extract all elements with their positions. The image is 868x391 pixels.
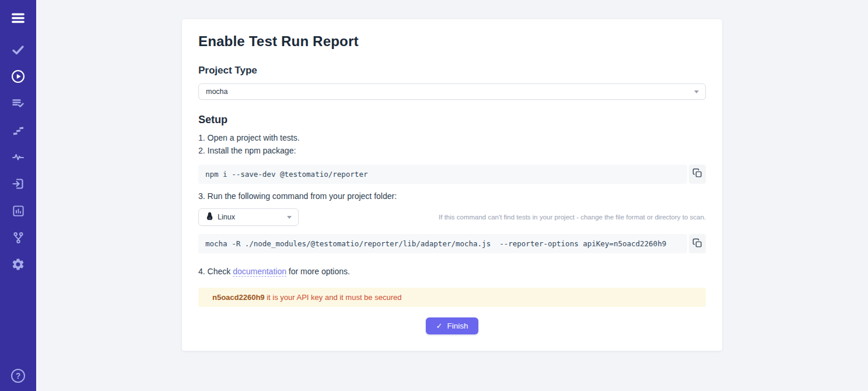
install-command-text: npm i --save-dev @testomatio/reporter xyxy=(205,170,368,179)
bar-chart-icon[interactable] xyxy=(9,202,27,219)
api-key-warning-text: it is your API key and it must be secure… xyxy=(265,293,402,302)
setup-step-3: 3. Run the following command from your p… xyxy=(198,191,706,201)
copy-icon xyxy=(692,168,702,180)
setup-step-4: 4. Check documentation for more options. xyxy=(198,266,706,277)
check-icon[interactable] xyxy=(9,41,27,58)
gear-icon[interactable] xyxy=(9,256,27,273)
copy-install-command-button[interactable] xyxy=(689,165,706,184)
os-select[interactable]: Linux xyxy=(198,208,299,226)
page-title: Enable Test Run Report xyxy=(198,33,706,50)
project-type-value: mocha xyxy=(206,88,228,96)
run-command-box: mocha -R ./node_modules/@testomatio/repo… xyxy=(198,234,687,253)
os-row: Linux If this command can't find tests i… xyxy=(198,208,706,226)
sidebar: ? xyxy=(0,0,36,391)
project-type-select[interactable]: mocha xyxy=(198,83,706,100)
setup-heading: Setup xyxy=(198,114,706,126)
os-hint-text: If this command can't find tests in your… xyxy=(299,214,706,221)
project-type-label: Project Type xyxy=(198,65,706,76)
play-circle-icon[interactable] xyxy=(9,68,27,85)
setup-card: Enable Test Run Report Project Type moch… xyxy=(182,19,722,351)
sign-in-icon[interactable] xyxy=(9,175,27,193)
finish-button-label: Finish xyxy=(447,322,468,330)
setup-step-2: 2. Install the npm package: xyxy=(198,145,706,156)
run-command-text: mocha -R ./node_modules/@testomatio/repo… xyxy=(205,239,666,248)
api-key-alert: n5oacd2260h9 it is your API key and it m… xyxy=(198,288,706,307)
documentation-link[interactable]: documentation xyxy=(233,267,286,277)
activity-icon[interactable] xyxy=(9,148,27,166)
step4-prefix: 4. Check xyxy=(198,267,233,276)
list-check-icon[interactable] xyxy=(9,95,27,112)
card-footer: ✓ Finish xyxy=(198,317,706,334)
copy-icon xyxy=(692,238,702,250)
chevron-down-icon xyxy=(694,90,699,93)
api-key-value: n5oacd2260h9 xyxy=(212,293,265,302)
help-icon[interactable]: ? xyxy=(11,369,25,383)
finish-button[interactable]: ✓ Finish xyxy=(426,317,479,334)
app-window: ? Enable Test Run Report Project Type mo… xyxy=(0,0,868,391)
os-select-value: Linux xyxy=(218,213,235,221)
chevron-down-icon xyxy=(287,216,292,219)
menu-icon[interactable] xyxy=(9,9,27,27)
linux-penguin-icon xyxy=(206,212,214,223)
steps-icon[interactable] xyxy=(9,121,27,139)
install-command-row: npm i --save-dev @testomatio/reporter xyxy=(198,165,706,184)
check-icon: ✓ xyxy=(436,322,443,330)
main-area: Enable Test Run Report Project Type moch… xyxy=(36,0,868,391)
branch-icon[interactable] xyxy=(9,229,27,246)
help-glyph: ? xyxy=(16,371,21,380)
copy-run-command-button[interactable] xyxy=(689,234,706,253)
step4-suffix: for more options. xyxy=(286,267,350,276)
install-command-box: npm i --save-dev @testomatio/reporter xyxy=(198,165,687,184)
setup-step-1: 1. Open a project with tests. xyxy=(198,132,706,143)
run-command-row: mocha -R ./node_modules/@testomatio/repo… xyxy=(198,234,706,253)
